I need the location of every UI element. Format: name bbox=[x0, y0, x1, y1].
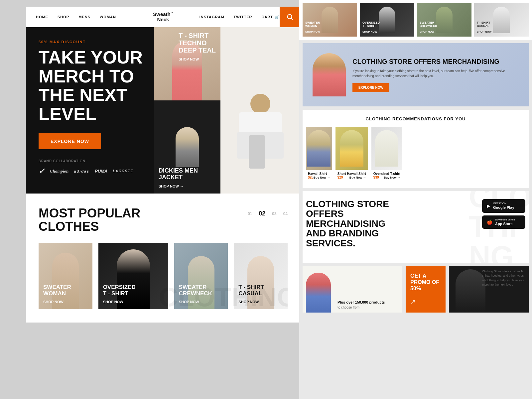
brand-champion: Champion bbox=[50, 169, 68, 174]
store-offers-text: CLOTHING STOREOFFERSMERCHANDISINGAND BRA… bbox=[306, 199, 475, 255]
rec3-buy[interactable]: Buy Now → bbox=[384, 176, 400, 179]
explore-now-button[interactable]: Explore Now bbox=[39, 133, 101, 149]
hero-card-sitting bbox=[220, 27, 300, 194]
popular-header: MOST POPULAR CLOTHES 01 02 03 04 bbox=[39, 207, 288, 233]
product4-title: T - SHIRTCASUAL bbox=[238, 284, 264, 297]
tp2-shop[interactable]: Shop Now bbox=[362, 30, 377, 33]
nav-instagram[interactable]: INSTAGRAM bbox=[200, 15, 224, 19]
merch-text: CLOTHING STORE OFFERS MERCHANDISING If y… bbox=[352, 58, 519, 92]
hero-discount-badge: 50% MAX DISCOUNT bbox=[39, 40, 165, 44]
product3-shop[interactable]: Shop Now bbox=[179, 300, 199, 304]
nav-cart[interactable]: CART 🛒 bbox=[261, 15, 280, 19]
rec3-price: $39 bbox=[373, 176, 379, 179]
products-grid: SWEATERWOMAN Shop Now OVERSIZEDT - SHIRT… bbox=[39, 243, 288, 309]
merch-explore-button[interactable]: Explore Now bbox=[352, 83, 389, 92]
brand-nike: ✓ bbox=[39, 167, 45, 176]
product4-label: T - SHIRTCASUAL Shop Now bbox=[238, 284, 264, 304]
hero-card1-shop[interactable]: Shop Now bbox=[179, 57, 199, 61]
product1-shop[interactable]: Shop Now bbox=[43, 300, 64, 304]
product4-shop[interactable]: Shop Now bbox=[238, 300, 259, 304]
hero-card3-title: DICKIES MENJACKET bbox=[159, 168, 198, 181]
tp1-title: SWEATERWOMAN bbox=[305, 21, 320, 28]
nav-mens[interactable]: MENS bbox=[78, 15, 90, 19]
recommendations-section: CLOTHING RECOMMENDATIONS FOR YOU Hawaii … bbox=[303, 110, 529, 188]
tp-sweater-woman[interactable]: SWEATERWOMAN Shop Now bbox=[303, 3, 357, 37]
tp2-label: OVERSIZEDT - SHIRT Shop Now bbox=[362, 21, 380, 34]
merch-banner: CLOTHING STORE OFFERS MERCHANDISING If y… bbox=[303, 43, 529, 106]
tp1-shop[interactable]: Shop Now bbox=[305, 30, 320, 33]
product1-title: SWEATERWOMAN bbox=[43, 284, 71, 297]
cart-icon: 🛒 bbox=[275, 15, 280, 19]
rec1-price: $28 bbox=[308, 176, 314, 179]
rec-short-hawaii-shirt[interactable]: Short Hawaii Shirt $29 Buy Now → bbox=[335, 127, 368, 181]
tp3-shop[interactable]: Shop Now bbox=[420, 30, 434, 33]
product3-title: SWEATERCREWNECK bbox=[179, 284, 212, 297]
brand-lacoste: LACOSTE bbox=[113, 169, 134, 173]
tp1-label: SWEATERWOMAN Shop Now bbox=[305, 21, 320, 34]
product-oversized-tshirt[interactable]: OVERSIZEDT - SHIRT Shop Now bbox=[98, 243, 168, 309]
hero-text: 50% MAX DISCOUNT TAKE YOUR MERCH TO THE … bbox=[39, 40, 165, 176]
rec1-footer: Hawaii Shirt $28 Buy Now → bbox=[306, 170, 332, 181]
tp3-title: SWEATERCREWNECK bbox=[420, 21, 437, 28]
merch-person-figure bbox=[313, 53, 346, 96]
nav-shop[interactable]: SHOP bbox=[58, 15, 69, 19]
nav-links-right: INSTAGRAM TWITTER CART 🛒 bbox=[200, 15, 280, 19]
tp4-label: T - SHIRTCASUAL Shop Now bbox=[477, 21, 491, 34]
bottom-section: Plus over 150,000 products to choose fro… bbox=[303, 266, 529, 313]
product2-title: OVERSIZEDT - SHIRT bbox=[103, 284, 136, 297]
popular-pagination: 01 02 03 04 bbox=[248, 210, 288, 217]
store-offers-section: CLOTHING STOREOFFERSMERCHANDISINGAND BRA… bbox=[303, 191, 529, 263]
svg-point-0 bbox=[288, 15, 292, 19]
nav-twitter[interactable]: TWITTER bbox=[234, 15, 252, 19]
product3-label: SWEATERCREWNECK Shop Now bbox=[179, 284, 212, 304]
product-sweater-crewneck[interactable]: SWEATERCREWNECK Shop Now bbox=[174, 243, 228, 309]
bottom-clothing-description: Clothing Store offers custom T-shirts, h… bbox=[482, 269, 525, 309]
hero-title: TAKE YOUR MERCH TO THE NEXT LEVEL bbox=[39, 48, 165, 123]
hero-card1-label: T - SHIRTTECHNODEEP TEAL Shop Now bbox=[179, 32, 216, 62]
tp-oversized-tshirt[interactable]: OVERSIZEDT - SHIRT Shop Now bbox=[360, 3, 414, 37]
rec-hawaii-shirt[interactable]: Hawaii Shirt $28 Buy Now → bbox=[306, 127, 332, 181]
rec3-name: Oversized T-shirt bbox=[373, 172, 400, 176]
store-offers-title: CLOTHING STOREOFFERSMERCHANDISINGAND BRA… bbox=[306, 199, 475, 248]
bottom-dark-section: Clothing Store offers custom T-shirts, h… bbox=[449, 266, 529, 313]
rec1-buy[interactable]: Buy Now → bbox=[314, 176, 330, 179]
product2-shop[interactable]: Shop Now bbox=[103, 300, 123, 304]
promo-tile[interactable]: GET A PROMO OF 50% ↗ bbox=[406, 266, 446, 313]
pop-nav-03[interactable]: 03 bbox=[272, 211, 276, 216]
rec-oversized-tshirt[interactable]: Oversized T-shirt $39 Buy Now → bbox=[371, 127, 402, 181]
rec2-name: Short Hawaii Shirt bbox=[337, 172, 366, 176]
bottom-person-section: Plus over 150,000 products to choose fro… bbox=[303, 266, 402, 313]
tp-sweater-crewneck[interactable]: SWEATERCREWNECK Shop Now bbox=[417, 3, 471, 37]
left-panel: HOME SHOP MENS WOMAN Sweath™ Neck INSTAG… bbox=[26, 7, 300, 323]
search-button[interactable] bbox=[280, 7, 300, 27]
brand-logos: ✓ Champion adidas PUMA LACOSTE bbox=[39, 167, 165, 176]
tp-tshirt-casual[interactable]: T - SHIRTCASUAL Shop Now bbox=[474, 3, 529, 37]
top-products-row: SWEATERWOMAN Shop Now OVERSIZEDT - SHIRT… bbox=[299, 0, 532, 40]
merch-desc: If you're looking to take your clothing … bbox=[352, 68, 519, 78]
hero-card3-shop[interactable]: Shop Now bbox=[159, 184, 184, 188]
pop-nav-01[interactable]: 01 bbox=[248, 211, 252, 216]
merch-title: CLOTHING STORE OFFERS MERCHANDISING bbox=[352, 58, 519, 65]
rec-title: CLOTHING RECOMMENDATIONS FOR YOU bbox=[306, 116, 525, 121]
right-panel: SWEATERWOMAN Shop Now OVERSIZEDT - SHIRT… bbox=[299, 0, 532, 399]
hero-section: 50% MAX DISCOUNT TAKE YOUR MERCH TO THE … bbox=[26, 27, 300, 194]
brand-collab-label: Brand Collaboration: bbox=[39, 159, 165, 163]
rec1-name: Hawaii Shirt bbox=[308, 172, 330, 176]
pop-nav-02[interactable]: 02 bbox=[259, 210, 265, 217]
popular-section: MOST POPULAR CLOTHES 01 02 03 04 SWEATE bbox=[26, 194, 300, 323]
nav-woman[interactable]: WOMAN bbox=[100, 15, 116, 19]
popular-title: MOST POPULAR CLOTHES bbox=[39, 207, 140, 233]
tp4-shop[interactable]: Shop Now bbox=[477, 30, 491, 33]
nav-home[interactable]: HOME bbox=[36, 15, 48, 19]
so-bg-text: CLOTHING bbox=[469, 191, 529, 263]
dark-person-figure bbox=[456, 269, 485, 313]
brand-puma: PUMA bbox=[95, 169, 107, 174]
rec2-price: $29 bbox=[337, 176, 343, 179]
promo-arrow-icon[interactable]: ↗ bbox=[410, 298, 441, 306]
product-sweater-woman[interactable]: SWEATERWOMAN Shop Now bbox=[39, 243, 92, 309]
pop-nav-04[interactable]: 04 bbox=[283, 211, 288, 216]
product-tshirt-casual[interactable]: T - SHIRTCASUAL Shop Now bbox=[234, 243, 288, 309]
promo-title: GET A PROMO OF 50% bbox=[410, 273, 441, 292]
rec2-buy[interactable]: Buy Now → bbox=[349, 176, 366, 179]
hero-product-grid: T - SHIRTTECHNODEEP TEAL Shop Now bbox=[154, 27, 300, 194]
